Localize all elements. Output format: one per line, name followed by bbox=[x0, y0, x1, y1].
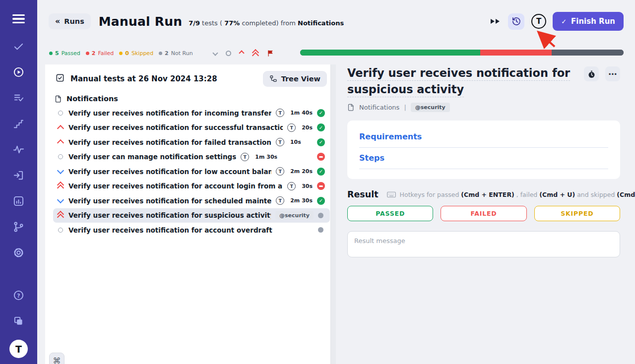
help-icon[interactable]: ? bbox=[12, 289, 25, 302]
flag-filter-icon[interactable] bbox=[267, 50, 274, 57]
test-title: Verify user receives notification for sc… bbox=[68, 197, 271, 205]
testomat-icon: T bbox=[276, 196, 284, 205]
tests-panel: Manual tests at 26 Nov 2024 13:28 Tree V… bbox=[45, 64, 336, 364]
test-row[interactable]: Verify user can manage notification sett… bbox=[53, 150, 330, 165]
test-title: Verify user receives notification for in… bbox=[68, 109, 271, 117]
test-duration: 1m 40s bbox=[290, 110, 313, 116]
priority-critical-filter-icon[interactable] bbox=[252, 50, 258, 57]
stats-row: 5Passed 2Failed 0Skipped 2Not Run bbox=[49, 49, 274, 58]
scrollbar[interactable] bbox=[330, 64, 336, 364]
test-title: Verify user can manage notification sett… bbox=[68, 153, 236, 161]
topbar: « Runs Manual Run 7/9 tests ( 77% comple… bbox=[49, 12, 624, 31]
passed-button[interactable]: PASSED bbox=[347, 206, 433, 221]
priority-icon bbox=[57, 138, 64, 146]
copy-icon[interactable] bbox=[12, 314, 25, 327]
testomat-icon: T bbox=[287, 182, 296, 190]
priority-icon bbox=[57, 226, 64, 234]
result-heading: Result bbox=[347, 189, 379, 199]
steps-icon[interactable] bbox=[12, 118, 25, 130]
hotkeys-text: Hotkeys for passed (Cmd + ENTER) , faile… bbox=[400, 191, 635, 198]
skipped-dot-icon bbox=[119, 52, 123, 55]
test-row[interactable]: Verify user receives notification for su… bbox=[53, 121, 330, 135]
result-message-input[interactable] bbox=[347, 231, 620, 257]
test-title: Verify user receives notification for lo… bbox=[68, 168, 271, 176]
status-icon bbox=[317, 138, 325, 146]
priority-high-filter-icon[interactable] bbox=[239, 50, 244, 56]
security-tag[interactable]: @security bbox=[411, 103, 450, 112]
test-row[interactable]: Verify user receives notification for lo… bbox=[53, 164, 330, 179]
annotation-arrow bbox=[533, 28, 559, 50]
status-icon bbox=[318, 227, 323, 233]
passed-dot-icon bbox=[49, 52, 53, 55]
hotkeys-hint: Hotkeys for passed (Cmd + ENTER) , faile… bbox=[387, 191, 635, 198]
suite-group-row[interactable]: Notifications bbox=[45, 91, 336, 105]
fast-forward-icon[interactable] bbox=[491, 19, 500, 24]
test-duration: 20s bbox=[302, 124, 313, 131]
section-requirements[interactable]: Requirements bbox=[359, 126, 608, 148]
chart-icon[interactable] bbox=[12, 195, 25, 208]
test-row[interactable]: Verify user receives notification for su… bbox=[53, 208, 330, 223]
gear-icon[interactable] bbox=[12, 246, 25, 259]
not-run-dot-icon bbox=[159, 52, 162, 55]
testomat-logo-icon[interactable]: T bbox=[531, 14, 546, 29]
keyboard-icon bbox=[387, 191, 396, 198]
check-nav-icon[interactable] bbox=[12, 40, 25, 53]
progress-passed-segment bbox=[300, 50, 480, 56]
testomat-icon: T bbox=[276, 167, 284, 176]
status-icon bbox=[317, 182, 325, 190]
stat-skipped: 0Skipped bbox=[119, 50, 153, 57]
test-row[interactable]: Verify user receives notification for fa… bbox=[53, 135, 330, 150]
run-title: Manual tests at 26 Nov 2024 13:28 bbox=[70, 74, 217, 83]
history-icon bbox=[511, 16, 521, 26]
testomat-icon: T bbox=[276, 109, 284, 117]
page-title: Manual Run bbox=[99, 14, 182, 29]
breadcrumb-suite[interactable]: Notifications bbox=[359, 104, 399, 111]
run-progress-bar bbox=[300, 50, 624, 56]
runs-back-button[interactable]: « Runs bbox=[49, 13, 91, 29]
test-title: Verify user receives notification for su… bbox=[68, 211, 271, 219]
test-detail-panel: Verify user receives notification for su… bbox=[347, 65, 620, 259]
more-options-button[interactable]: ⋯ bbox=[605, 66, 620, 81]
test-tag: @security bbox=[275, 211, 314, 220]
test-row[interactable]: Verify user receives notification for ac… bbox=[53, 223, 330, 238]
status-icon bbox=[317, 168, 325, 176]
stopwatch-icon bbox=[587, 70, 596, 78]
priority-icon bbox=[57, 182, 64, 190]
breadcrumb-separator: | bbox=[404, 104, 406, 111]
sort-dropdown-icon[interactable] bbox=[212, 50, 218, 56]
priority-filters bbox=[213, 50, 274, 57]
ellipsis-icon: ⋯ bbox=[609, 70, 617, 78]
status-icon bbox=[317, 123, 325, 131]
section-steps[interactable]: Steps bbox=[359, 148, 608, 169]
sidebar-logo-icon[interactable]: T bbox=[9, 340, 28, 358]
run-play-icon[interactable] bbox=[12, 66, 25, 79]
priority-normal-filter-icon[interactable] bbox=[226, 51, 231, 56]
history-button[interactable] bbox=[508, 13, 524, 30]
test-row[interactable]: Verify user receives notification for ac… bbox=[53, 179, 330, 194]
testomat-icon: T bbox=[287, 123, 296, 132]
status-icon bbox=[317, 109, 325, 117]
import-icon[interactable] bbox=[12, 169, 25, 182]
skipped-button[interactable]: SKIPPED bbox=[534, 206, 620, 221]
test-title: Verify user receives notification for fa… bbox=[68, 138, 271, 146]
menu-icon[interactable] bbox=[12, 12, 25, 26]
result-buttons: PASSED FAILED SKIPPED bbox=[347, 206, 620, 221]
stat-not-run: 2Not Run bbox=[159, 50, 193, 57]
branch-icon[interactable] bbox=[12, 221, 25, 234]
status-icon bbox=[317, 197, 325, 205]
test-row[interactable]: Verify user receives notification for in… bbox=[53, 106, 330, 121]
failed-button[interactable]: FAILED bbox=[441, 206, 526, 221]
pulse-icon[interactable] bbox=[12, 143, 25, 156]
checklist-icon[interactable] bbox=[12, 92, 25, 105]
run-checklist-icon bbox=[55, 73, 65, 85]
test-title: Verify user receives notification for su… bbox=[68, 123, 283, 131]
finish-run-button[interactable]: Finish Run bbox=[553, 12, 624, 31]
test-duration: 30s bbox=[302, 183, 313, 189]
tree-view-button[interactable]: Tree View bbox=[263, 71, 327, 87]
file-icon bbox=[347, 104, 355, 111]
test-row[interactable]: Verify user receives notification for sc… bbox=[53, 193, 330, 208]
test-title: Verify user receives notification for ac… bbox=[68, 226, 272, 234]
priority-icon bbox=[57, 168, 64, 175]
stat-failed: 2Failed bbox=[86, 50, 114, 57]
stopwatch-button[interactable] bbox=[584, 66, 599, 81]
